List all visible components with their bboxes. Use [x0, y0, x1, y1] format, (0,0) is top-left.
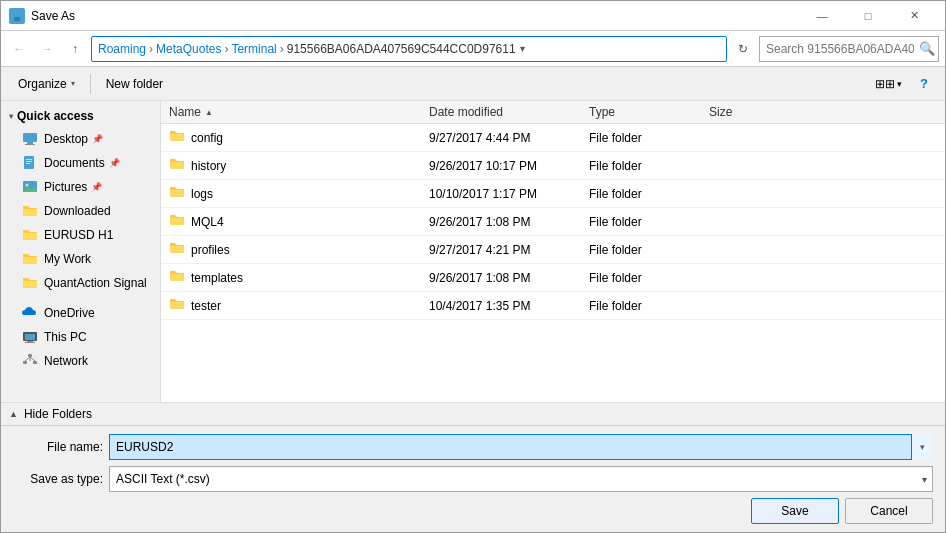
organize-button[interactable]: Organize ▾: [9, 71, 84, 97]
breadcrumb[interactable]: Roaming › MetaQuotes › Terminal › 915566…: [91, 36, 727, 62]
column-date[interactable]: Date modified: [429, 105, 589, 119]
cancel-button[interactable]: Cancel: [845, 498, 933, 524]
file-row-tester[interactable]: tester 10/4/2017 1:35 PM File folder: [161, 292, 945, 320]
folder-icon-config: [169, 128, 185, 147]
network-icon: [22, 353, 38, 369]
sort-arrow-name: ▲: [205, 108, 213, 117]
breadcrumb-item-metaquotes[interactable]: MetaQuotes: [156, 42, 221, 56]
svg-point-10: [26, 184, 29, 187]
bottom-area: File name: ▾ Save as type: ASCII Text (*…: [1, 425, 945, 532]
window-controls: — □ ✕: [799, 1, 937, 31]
sidebar-item-network[interactable]: Network: [1, 349, 160, 373]
svg-rect-7: [26, 161, 32, 162]
folder-icon-mywork: [22, 251, 38, 267]
sidebar-item-network-label: Network: [44, 354, 88, 368]
file-row-logs[interactable]: logs 10/10/2017 1:17 PM File folder: [161, 180, 945, 208]
column-type[interactable]: Type: [589, 105, 709, 119]
file-row-mql4[interactable]: MQL4 9/26/2017 1:08 PM File folder: [161, 208, 945, 236]
minimize-button[interactable]: —: [799, 1, 845, 31]
savetype-select[interactable]: ASCII Text (*.csv): [109, 466, 933, 492]
quick-access-collapse-icon: ▾: [9, 112, 13, 121]
title-bar: Save As — □ ✕: [1, 1, 945, 31]
svg-rect-8: [26, 163, 30, 164]
folder-icon-templates: [169, 268, 185, 287]
folder-icon-tester: [169, 296, 185, 315]
folder-icon-logs: [169, 184, 185, 203]
folder-icon-mql4: [169, 212, 185, 231]
view-button[interactable]: ⊞⊞ ▾: [868, 71, 909, 97]
svg-rect-15: [25, 342, 35, 343]
filename-label: File name:: [13, 440, 103, 454]
hide-folders-toggle[interactable]: ▲ Hide Folders: [1, 402, 945, 425]
filename-input[interactable]: [109, 434, 933, 460]
svg-rect-6: [26, 159, 32, 160]
breadcrumb-item-terminal[interactable]: Terminal: [231, 42, 276, 56]
column-size[interactable]: Size: [709, 105, 789, 119]
onedrive-icon: [22, 305, 38, 321]
sidebar-item-downloaded-label: Downloaded: [44, 204, 111, 218]
folder-icon-downloaded: [22, 203, 38, 219]
sidebar-item-thispc[interactable]: This PC: [1, 325, 160, 349]
toolbar: Organize ▾ New folder ⊞⊞ ▾ ?: [1, 67, 945, 101]
svg-rect-18: [33, 361, 37, 364]
filename-row: File name: ▾: [13, 434, 933, 460]
sidebar-item-mywork[interactable]: My Work: [1, 247, 160, 271]
sidebar-item-quantaction-label: QuantAction Signal: [44, 276, 147, 290]
pin-icon-pictures: 📌: [91, 182, 102, 192]
refresh-button[interactable]: ↻: [731, 37, 755, 61]
svg-line-20: [30, 357, 35, 361]
sidebar-item-onedrive[interactable]: OneDrive: [1, 301, 160, 325]
pictures-icon: [22, 179, 38, 195]
svg-rect-14: [27, 341, 33, 342]
forward-button[interactable]: →: [35, 37, 59, 61]
address-bar: ← → ↑ Roaming › MetaQuotes › Terminal › …: [1, 31, 945, 67]
save-button[interactable]: Save: [751, 498, 839, 524]
file-list: Name ▲ Date modified Type Size: [161, 101, 945, 402]
sidebar-item-thispc-label: This PC: [44, 330, 87, 344]
column-name[interactable]: Name ▲: [169, 105, 429, 119]
filename-input-wrap: ▾: [109, 434, 933, 460]
window-title: Save As: [31, 9, 799, 23]
svg-line-19: [25, 357, 30, 361]
sidebar-item-desktop[interactable]: Desktop 📌: [1, 127, 160, 151]
savetype-select-wrap: ASCII Text (*.csv): [109, 466, 933, 492]
sidebar-item-mywork-label: My Work: [44, 252, 91, 266]
filename-dropdown-button[interactable]: ▾: [911, 434, 933, 460]
file-row-config[interactable]: config 9/27/2017 4:44 PM File folder: [161, 124, 945, 152]
breadcrumb-dropdown-icon: ▾: [520, 43, 525, 54]
desktop-icon: [22, 131, 38, 147]
svg-rect-3: [27, 142, 33, 144]
toolbar-separator: [90, 74, 91, 94]
file-row-templates[interactable]: templates 9/26/2017 1:08 PM File folder: [161, 264, 945, 292]
quick-access-label: Quick access: [17, 109, 94, 123]
help-button[interactable]: ?: [911, 71, 937, 97]
maximize-button[interactable]: □: [845, 1, 891, 31]
sidebar-item-eurusd-label: EURUSD H1: [44, 228, 113, 242]
sidebar-item-eurusd[interactable]: EURUSD H1: [1, 223, 160, 247]
sidebar-item-documents-label: Documents: [44, 156, 105, 170]
sidebar-item-documents[interactable]: Documents 📌: [1, 151, 160, 175]
sidebar-item-pictures[interactable]: Pictures 📌: [1, 175, 160, 199]
file-row-profiles[interactable]: profiles 9/27/2017 4:21 PM File folder: [161, 236, 945, 264]
sidebar-item-pictures-label: Pictures: [44, 180, 87, 194]
up-button[interactable]: ↑: [63, 37, 87, 61]
sidebar: ▾ Quick access Desktop 📌 Documents 📌: [1, 101, 161, 402]
main-area: ▾ Quick access Desktop 📌 Documents 📌: [1, 101, 945, 402]
file-row-history[interactable]: history 9/26/2017 10:17 PM File folder: [161, 152, 945, 180]
folder-icon-quantaction: [22, 275, 38, 291]
thispc-icon: [22, 329, 38, 345]
search-button[interactable]: 🔍: [919, 41, 935, 56]
pin-icon-documents: 📌: [109, 158, 120, 168]
action-row: Save Cancel: [13, 498, 933, 524]
search-input[interactable]: [759, 36, 939, 62]
folder-icon-eurusd: [22, 227, 38, 243]
savetype-row: Save as type: ASCII Text (*.csv): [13, 466, 933, 492]
close-button[interactable]: ✕: [891, 1, 937, 31]
savetype-label: Save as type:: [13, 472, 103, 486]
back-button[interactable]: ←: [7, 37, 31, 61]
sidebar-section-quick-access[interactable]: ▾ Quick access: [1, 105, 160, 127]
sidebar-item-quantaction[interactable]: QuantAction Signal: [1, 271, 160, 295]
new-folder-button[interactable]: New folder: [97, 71, 172, 97]
sidebar-item-downloaded[interactable]: Downloaded: [1, 199, 160, 223]
breadcrumb-item-roaming[interactable]: Roaming: [98, 42, 146, 56]
